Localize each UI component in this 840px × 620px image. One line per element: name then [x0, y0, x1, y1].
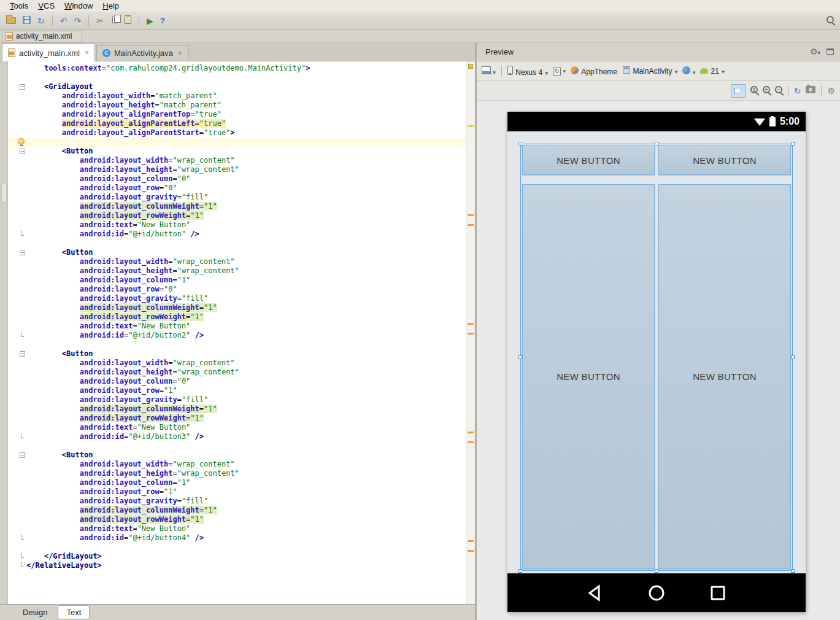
activity-selector[interactable]: MainActivity ▾ [623, 66, 677, 76]
sync-icon[interactable]: ↻ [37, 17, 45, 25]
code-line[interactable]: android:layout_height="wrap_content" [8, 368, 466, 377]
code-line[interactable]: tools:context="com.rahulcomp24.gridlayou… [8, 64, 466, 73]
selection-handle[interactable] [518, 569, 522, 573]
preview-gear-icon[interactable]: ⚙▾ [810, 47, 820, 56]
tab-activity-main-xml[interactable]: activity_main.xml × [2, 44, 95, 61]
code-line[interactable]: − <Button [8, 451, 466, 460]
code-line[interactable]: android:layout_gravity="fill" [8, 193, 466, 202]
fold-collapse-icon[interactable]: − [20, 452, 25, 458]
code-line[interactable]: − <Button [8, 147, 466, 156]
screenshot-button[interactable] [806, 86, 815, 95]
code-line[interactable]: android:layout_gravity="fill" [8, 497, 466, 506]
code-line[interactable] [8, 138, 466, 147]
help-icon[interactable]: ? [160, 16, 165, 25]
code-line[interactable]: − <Button [8, 349, 466, 358]
code-line[interactable] [8, 340, 466, 349]
stripe-mark[interactable] [468, 540, 474, 542]
menu-vcs[interactable]: VCS [33, 1, 60, 11]
code-line[interactable]: android:text="New Button" [8, 423, 466, 432]
code-line[interactable]: android:text="New Button" [8, 322, 466, 331]
run-icon[interactable]: ▶ [147, 17, 153, 25]
code-line[interactable]: </RelativeLayout> [8, 561, 466, 570]
menu-window[interactable]: Window [60, 1, 98, 11]
actual-size-button[interactable]: 1 [750, 86, 758, 95]
code-line[interactable]: android:layout_width="wrap_content" [8, 460, 466, 469]
code-line[interactable]: android:layout_row="1" [8, 386, 466, 395]
code-editor[interactable]: tools:context="com.rahulcomp24.gridlayou… [8, 61, 466, 604]
selection-handle[interactable] [791, 142, 795, 145]
code-line[interactable]: android:layout_rowWeight="1" [8, 211, 466, 220]
code-line[interactable]: android:layout_alignParentStart="true"> [8, 128, 466, 138]
search-everywhere-icon[interactable] [827, 16, 834, 25]
preview-button-1[interactable]: NEW BUTTON [522, 145, 655, 175]
stripe-mark[interactable] [468, 214, 474, 216]
menu-tools[interactable]: Tools [5, 1, 33, 11]
refresh-icon[interactable]: ↻ [794, 87, 801, 95]
fold-collapse-icon[interactable]: − [20, 149, 25, 154]
preview-button-2[interactable]: NEW BUTTON [658, 145, 791, 175]
gridlayout-selection[interactable]: NEW BUTTON NEW BUTTON NEW BUTTON NEW BUT… [520, 144, 793, 571]
code-line[interactable]: android:layout_height="wrap_content" [8, 469, 466, 478]
api-level-selector[interactable]: 21 ▾ [700, 67, 725, 76]
stripe-mark[interactable] [468, 432, 474, 433]
open-project-icon[interactable] [6, 15, 16, 26]
locale-selector[interactable]: ▾ [682, 66, 695, 76]
preview-button-4[interactable]: NEW BUTTON [658, 184, 791, 569]
tab-mainactivity-java[interactable]: C MainActivity.java × [96, 45, 188, 61]
code-line[interactable]: android:layout_alignParentLeft="true" [8, 119, 466, 128]
code-line[interactable]: − <Button [8, 248, 466, 257]
code-line[interactable]: </GridLayout> [8, 552, 466, 561]
orientation-selector[interactable]: ↻ ▾ [553, 66, 566, 76]
code-line[interactable]: android:layout_row="1" [8, 487, 466, 497]
stripe-mark[interactable] [468, 323, 474, 325]
copy-icon[interactable] [110, 16, 118, 25]
preview-settings-icon[interactable]: ⚙ [827, 87, 835, 95]
hide-panel-icon[interactable] [827, 47, 834, 56]
code-line[interactable]: android:layout_width="wrap_content" [8, 156, 466, 165]
save-all-icon[interactable] [23, 16, 31, 26]
code-line[interactable]: android:layout_columnWeight="1" [8, 405, 466, 414]
code-line[interactable] [8, 73, 466, 82]
code-line[interactable]: android:layout_rowWeight="1" [8, 515, 466, 524]
code-line[interactable]: android:layout_columnWeight="1" [8, 506, 466, 515]
code-line[interactable] [8, 441, 466, 451]
code-line[interactable]: android:layout_width="match_parent" [8, 91, 466, 101]
code-line[interactable]: android:layout_column="1" [8, 478, 466, 487]
code-line[interactable]: android:text="New Button" [8, 220, 466, 230]
code-line[interactable]: android:layout_columnWeight="1" [8, 303, 466, 312]
undo-icon[interactable]: ↶ [60, 17, 67, 25]
code-line[interactable]: android:layout_alignParentTop="true" [8, 110, 466, 119]
cut-icon[interactable]: ✂ [96, 17, 104, 25]
code-line[interactable]: android:layout_gravity="fill" [8, 395, 466, 405]
fold-collapse-icon[interactable]: − [20, 250, 25, 255]
code-line[interactable]: android:layout_column="0" [8, 377, 466, 386]
code-line[interactable]: android:layout_gravity="fill" [8, 294, 466, 303]
code-line[interactable]: android:layout_height="wrap_content" [8, 266, 466, 276]
layout-variant-selector[interactable]: ▾ [482, 66, 496, 76]
redo-icon[interactable]: ↷ [74, 17, 81, 25]
preview-canvas[interactable]: 5:00 NEW BUTT [477, 101, 840, 620]
selection-handle[interactable] [791, 355, 795, 359]
paste-icon[interactable] [125, 15, 131, 26]
fold-collapse-icon[interactable]: − [20, 84, 25, 90]
code-line[interactable]: android:layout_row="0" [8, 285, 466, 294]
error-stripe[interactable] [466, 61, 475, 604]
code-line[interactable]: android:layout_column="1" [8, 276, 466, 285]
preview-button-3[interactable]: NEW BUTTON [522, 184, 655, 569]
tab-design[interactable]: Design [15, 606, 55, 619]
code-line[interactable]: − <GridLayout [8, 82, 466, 91]
code-line[interactable]: android:layout_columnWeight="1" [8, 202, 466, 211]
code-line[interactable]: android:layout_rowWeight="1" [8, 312, 466, 322]
zoom-out-button[interactable]: − [775, 86, 782, 95]
code-line[interactable]: android:id="@+id/button2" /> [8, 331, 466, 340]
stripe-mark[interactable] [468, 333, 474, 335]
code-line[interactable]: android:layout_row="0" [8, 184, 466, 193]
stripe-mark[interactable] [468, 125, 474, 127]
code-line[interactable]: android:id="@+id/button4" /> [8, 533, 466, 543]
stripe-mark[interactable] [468, 224, 474, 226]
code-line[interactable]: android:layout_width="wrap_content" [8, 257, 466, 266]
selection-handle[interactable] [791, 569, 795, 573]
tab-text[interactable]: Text [58, 605, 90, 619]
close-icon[interactable]: × [178, 49, 182, 58]
code-line[interactable]: android:layout_height="match_parent" [8, 101, 466, 110]
